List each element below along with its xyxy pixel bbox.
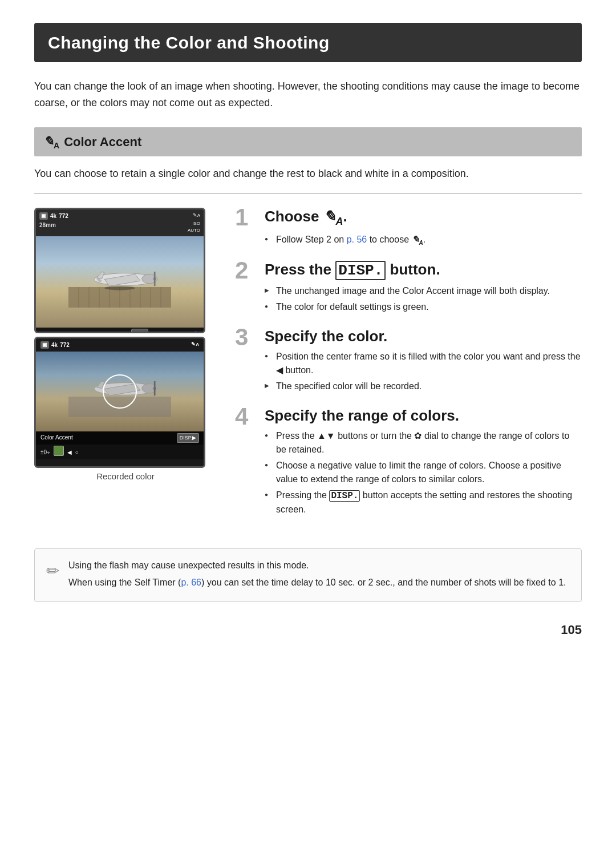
step-2-title-prefix: Press the (265, 261, 335, 278)
step-1: 1 Choose ✎A. Follow Step 2 on p. 56 to c… (235, 208, 582, 249)
camera-screen-2: ▣ 4k 772 ✎A (34, 337, 205, 468)
cam1-icon-a: ✎A (188, 212, 200, 220)
step-2-content: Press the DISP. button. The unchanged im… (265, 261, 582, 316)
step-3-bullets: Position the center frame so it is fille… (265, 350, 582, 393)
cam1-disp-btn[interactable]: DISP. (131, 329, 148, 333)
step-4-bullets: Press the ▲▼ buttons or turn the ✿ dial … (265, 429, 582, 516)
step-2-number: 2 (235, 259, 265, 282)
step-4: 4 Specify the range of colors. Press the… (235, 407, 582, 519)
step-2-disp-button: DISP. (335, 261, 386, 280)
recorded-color-label: Recorded color (34, 470, 217, 483)
cam2-circle-btn[interactable]: ○ (75, 448, 79, 457)
divider (34, 193, 582, 194)
cam1-num: 772 (59, 212, 68, 220)
title-bar: Changing the Color and Shooting (34, 23, 582, 62)
step-2-bullet-1: The unchanged image and the Color Accent… (265, 284, 582, 298)
cam2-num: 772 (60, 341, 70, 349)
cam2-4k: 4k (51, 341, 58, 349)
step-4-bullet-2: Choose a negative value to limit the ran… (265, 459, 582, 486)
left-column: ▣ 4k 772 28mm ✎A ISOAUTO (34, 208, 217, 531)
step-3-title: Specify the color. (265, 328, 582, 345)
note-pencil-icon: ✏ (46, 559, 59, 592)
page-title: Changing the Color and Shooting (48, 30, 568, 55)
cam1-mode-icons: ▣ 4k 772 (39, 212, 68, 220)
section-header: ✎A Color Accent (34, 127, 582, 156)
step-4-disp-inline: DISP. (329, 490, 360, 502)
cam1-focus-label: ⊙ Set Focal Length (40, 329, 86, 333)
step-1-link-p56[interactable]: p. 56 (347, 235, 367, 244)
cam1-hud-top: ▣ 4k 772 28mm ✎A ISOAUTO (36, 209, 204, 237)
right-column: 1 Choose ✎A. Follow Step 2 on p. 56 to c… (235, 208, 582, 531)
step-4-bullet-1: Press the ▲▼ buttons or turn the ✿ dial … (265, 429, 582, 457)
cam1-mode-box: ▣ (39, 212, 48, 220)
step-3-bullet-2: The specified color will be recorded. (265, 380, 582, 393)
step-4-title: Specify the range of colors. (265, 407, 582, 425)
step-1-bullets: Follow Step 2 on p. 56 to choose ✎A. (265, 233, 582, 247)
cam1-focus-icon: ⊙ (40, 331, 45, 333)
cam2-mode-box: ▣ (40, 341, 49, 349)
step-1-title: Choose ✎A. (265, 208, 582, 228)
step-1-bullet-1: Follow Step 2 on p. 56 to choose ✎A. (265, 233, 582, 247)
note-content: Using the flash may cause unexpected res… (68, 558, 566, 592)
step-4-bullet-3: Pressing the DISP. button accepts the se… (265, 488, 582, 516)
cam1-28mm: 28mm (39, 221, 68, 229)
step-3-content: Specify the color. Position the center f… (265, 328, 582, 395)
cam1-plane-scene (36, 236, 204, 328)
step-1-icon-a: ✎A (323, 208, 343, 225)
step-1-title-prefix: Choose (265, 208, 323, 225)
note-2: When using the Self Timer (p. 66) you ca… (68, 575, 566, 590)
step-2-title: Press the DISP. button. (265, 261, 582, 280)
cam2-hud-left: ▣ 4k 772 (40, 341, 70, 349)
cam2-adj-value: ±0÷ (40, 448, 50, 457)
cam1-iso: ISOAUTO (188, 220, 200, 234)
cam1-hud-right: ✎A ISOAUTO (188, 212, 200, 235)
cam2-plane-scene (36, 352, 204, 431)
step-1-number: 1 (235, 205, 265, 229)
color-accent-icon: ✎A (43, 132, 59, 152)
cam2-label-bar: Color Accent DISP.▶ (36, 431, 204, 445)
main-content: ▣ 4k 772 28mm ✎A ISOAUTO (34, 208, 582, 531)
cam1-bottom-bar: ⊙ Set Focal Length DISP. ✎ (36, 328, 204, 333)
airplane-svg (68, 256, 171, 308)
cam2-hud-top: ▣ 4k 772 ✎A (36, 338, 204, 352)
cam2-color-accent-label: Color Accent (40, 433, 73, 443)
svg-point-17 (104, 286, 135, 290)
step-1-icon-a-2: ✎A (412, 235, 423, 244)
intro-text: You can change the look of an image when… (34, 78, 582, 111)
step-2-bullets: The unchanged image and the Color Accent… (265, 284, 582, 314)
step-1-content: Choose ✎A. Follow Step 2 on p. 56 to cho… (265, 208, 582, 249)
cam2-color-swatch (54, 446, 64, 458)
step-2-bullet-2: The color for default settings is green. (265, 300, 582, 314)
recorded-color-swatch (54, 446, 64, 456)
page-number: 105 (34, 620, 582, 639)
center-frame-indicator (103, 374, 137, 409)
step-3-bullet-1: Position the center frame so it is fille… (265, 350, 582, 377)
step-3: 3 Specify the color. Position the center… (235, 328, 582, 395)
step-3-number: 3 (235, 325, 265, 349)
cam1-zoom-icon: ✎ (194, 330, 199, 333)
section-title: Color Accent (64, 132, 141, 151)
step-2: 2 Press the DISP. button. The unchanged … (235, 261, 582, 316)
note-box: ✏ Using the flash may cause unexpected r… (34, 548, 582, 601)
step-1-period: . (343, 208, 347, 225)
cam1-hud-left: ▣ 4k 772 28mm (39, 212, 68, 229)
note-1: Using the flash may cause unexpected res… (68, 558, 566, 573)
step-4-number: 4 (235, 405, 265, 429)
cam2-left-btn[interactable]: ◀ (67, 448, 72, 457)
cam2-hud-right: ✎A (191, 341, 199, 349)
cam2-disp-btn[interactable]: DISP.▶ (177, 433, 199, 443)
camera-screen-1: ▣ 4k 772 28mm ✎A ISOAUTO (34, 208, 205, 333)
step-4-content: Specify the range of colors. Press the ▲… (265, 407, 582, 519)
note-link-p66[interactable]: p. 66 (181, 578, 201, 587)
cam1-4k: 4k (50, 212, 56, 220)
section-description: You can choose to retain a single color … (34, 165, 582, 182)
step-2-title-suffix: button. (386, 261, 440, 278)
cam1-focal-text: Set Focal Length (47, 331, 86, 333)
cam2-adj-bar: ±0÷ ◀ ○ (36, 445, 204, 459)
